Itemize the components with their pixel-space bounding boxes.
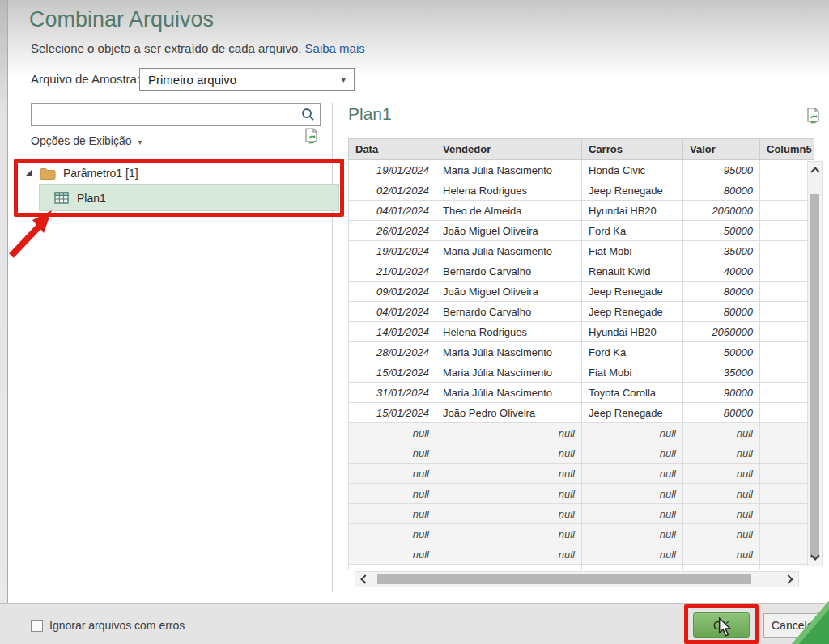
expanded-triangle-icon[interactable] xyxy=(24,169,32,177)
dialog-title: Combinar Arquivos xyxy=(29,7,214,32)
table-row: nullnullnullnull xyxy=(349,504,814,524)
table-cell xyxy=(760,221,814,241)
table-cell: null xyxy=(436,423,582,443)
table-cell: Fiat Mobi xyxy=(582,362,683,383)
window-left-edge xyxy=(0,0,8,644)
table-cell xyxy=(760,342,814,362)
scroll-right-icon[interactable] xyxy=(784,574,793,583)
table-cell xyxy=(760,160,814,180)
table-cell: Hyundai HB20 xyxy=(582,322,683,342)
table-cell: Maria Júlia Nascimento xyxy=(436,160,582,180)
preview-table-container: DataVendedorCarrosValorColumn5 19/01/202… xyxy=(348,138,814,570)
table-cell xyxy=(760,544,814,565)
preview-title: Plan1 xyxy=(348,104,392,124)
table-row: nullnullnullnull xyxy=(349,524,814,544)
sample-file-dropdown[interactable]: Primeiro arquivo ▾ xyxy=(139,68,355,91)
table-cell: null xyxy=(683,524,760,544)
table-row: nullnullnullnull xyxy=(349,423,814,443)
learn-more-link[interactable]: Saiba mais xyxy=(305,41,365,55)
table-cell: Jeep Renegade xyxy=(582,282,683,302)
vertical-scrollbar-thumb[interactable] xyxy=(810,194,819,558)
table-row: 19/01/2024Maria Júlia NascimentoHonda Ci… xyxy=(349,160,814,180)
table-row: nullnullnullnull xyxy=(349,484,814,504)
table-cell: Ford Ka xyxy=(582,221,683,241)
table-cell xyxy=(582,565,683,571)
table-cell: 80000 xyxy=(683,302,760,322)
horizontal-scrollbar-thumb[interactable] xyxy=(377,574,751,584)
vertical-scrollbar[interactable] xyxy=(807,161,823,566)
horizontal-scrollbar[interactable] xyxy=(355,571,799,587)
table-cell: 2060000 xyxy=(683,322,760,342)
sample-file-value: Primeiro arquivo xyxy=(148,73,236,87)
folder-icon xyxy=(40,167,56,180)
refresh-file-icon[interactable] xyxy=(304,128,319,148)
table-cell: Helena Rodrigues xyxy=(436,322,582,342)
table-row: nullnullnullnull xyxy=(349,544,814,565)
table-cell: Toyota Corolla xyxy=(582,383,683,403)
table-header-row: DataVendedorCarrosValorColumn5 xyxy=(349,139,814,160)
sample-file-label: Arquivo de Amostra: xyxy=(31,72,140,86)
column-header-vendedor: Vendedor xyxy=(436,139,582,160)
chevron-down-icon: ▾ xyxy=(138,138,142,146)
table-cell: null xyxy=(349,504,436,524)
table-cell: null xyxy=(683,443,760,464)
cancel-button[interactable]: Cancelar xyxy=(763,613,825,638)
search-box[interactable] xyxy=(31,103,321,126)
ignore-errors-checkbox[interactable] xyxy=(31,620,43,632)
table-cell: Jeep Renegade xyxy=(582,180,683,201)
table-row: 26/01/2024João Miguel OliveiraFord Ka500… xyxy=(349,221,814,241)
table-cell xyxy=(760,464,814,484)
table-cell: null xyxy=(436,484,582,504)
table-cell: 21/01/2024 xyxy=(349,261,436,282)
table-cell: 28/01/2024 xyxy=(349,342,436,362)
tree-item-parametro1[interactable]: Parâmetro1 [1] xyxy=(24,163,336,184)
table-cell xyxy=(760,362,814,383)
table-cell: null xyxy=(436,524,582,544)
table-cell: Ford Ka xyxy=(582,342,683,362)
table-cell xyxy=(349,565,436,571)
table-row: nullnullnullnull xyxy=(349,443,814,464)
table-cell: null xyxy=(683,504,760,524)
table-cell: 19/01/2024 xyxy=(349,160,436,180)
search-icon xyxy=(301,108,315,121)
table-cell: Maria Júlia Nascimento xyxy=(436,383,582,403)
table-cell xyxy=(436,565,582,571)
table-row: 15/01/2024João Pedro OliveiraJeep Renega… xyxy=(349,403,814,423)
table-row: 15/01/2024Maria Júlia NascimentoFiat Mob… xyxy=(349,362,814,383)
table-cell: null xyxy=(683,464,760,484)
scroll-left-icon[interactable] xyxy=(360,574,369,583)
scroll-up-icon[interactable] xyxy=(810,167,819,176)
refresh-preview-icon[interactable] xyxy=(806,108,821,128)
table-row: nullnullnullnull xyxy=(349,464,814,484)
table-cell: Maria Júlia Nascimento xyxy=(436,342,582,362)
table-row: 04/01/2024Bernardo CarvalhoJeep Renegade… xyxy=(349,302,814,322)
table-row: 28/01/2024Maria Júlia NascimentoFord Ka5… xyxy=(349,342,814,362)
table-cell: 50000 xyxy=(683,342,760,362)
sheet-icon xyxy=(54,192,69,204)
search-input[interactable] xyxy=(32,104,301,125)
table-cell: null xyxy=(582,443,683,464)
table-cell: Fiat Mobi xyxy=(582,241,683,261)
subtitle-text: Selecione o objeto a ser extraído de cad… xyxy=(31,41,301,55)
tree-item-label: Plan1 xyxy=(77,192,106,205)
table-cell: Hyundai HB20 xyxy=(582,201,683,221)
display-options-dropdown[interactable]: Opções de Exibição ▾ xyxy=(31,134,142,147)
table-row: 31/01/2024Maria Júlia NascimentoToyota C… xyxy=(349,383,814,403)
table-cell: 35000 xyxy=(683,362,760,383)
table-cell: null xyxy=(436,504,582,524)
table-cell xyxy=(760,565,814,571)
table-cell xyxy=(760,383,814,403)
table-row: 14/01/2024Helena RodriguesHyundai HB2020… xyxy=(349,322,814,342)
table-cell: Maria Júlia Nascimento xyxy=(436,241,582,261)
table-cell: Helena Rodrigues xyxy=(436,180,582,201)
table-cell: null xyxy=(349,484,436,504)
table-cell xyxy=(760,201,814,221)
table-cell xyxy=(760,443,814,464)
tree-item-plan1-selected[interactable]: Plan1 xyxy=(39,184,339,211)
ok-button[interactable]: OK xyxy=(693,612,750,638)
table-row: 04/01/2024Theo de AlmeidaHyundai HB20206… xyxy=(349,201,814,221)
table-cell: 09/01/2024 xyxy=(349,282,436,302)
table-cell: null xyxy=(349,544,436,565)
table-cell xyxy=(760,322,814,342)
table-row: 02/01/2024Helena RodriguesJeep Renegade8… xyxy=(349,180,814,201)
